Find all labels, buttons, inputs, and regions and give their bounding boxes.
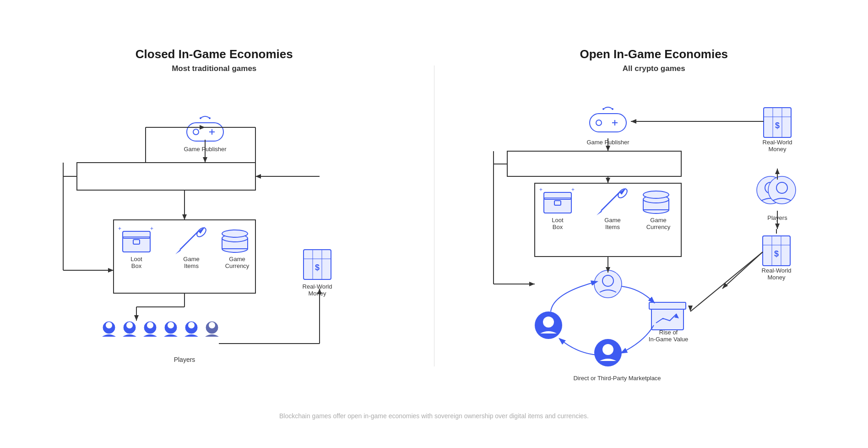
svg-point-130 [594, 270, 622, 298]
svg-text:Money: Money [769, 146, 787, 153]
open-title: Open In-Game Economies [580, 47, 728, 61]
svg-text:Currency: Currency [225, 262, 249, 269]
svg-text:Rise of: Rise of [659, 329, 678, 336]
footer-text: Blockchain games offer open in-game econ… [0, 412, 868, 420]
svg-text:Items: Items [184, 262, 199, 269]
svg-line-39 [180, 231, 198, 250]
svg-text:$: $ [775, 121, 780, 130]
svg-rect-0 [187, 123, 223, 141]
svg-text:Players: Players [174, 356, 195, 363]
svg-line-103 [601, 192, 619, 211]
svg-text:Real-World: Real-World [762, 267, 792, 274]
closed-title: Closed In-Game Economies [136, 47, 293, 61]
svg-text:Real-World: Real-World [763, 139, 792, 146]
closed-economy-section: Closed In-Game Economies Most traditiona… [22, 47, 407, 385]
svg-point-5 [209, 117, 211, 119]
svg-point-63 [168, 322, 174, 328]
svg-point-57 [106, 322, 112, 328]
svg-point-61 [147, 322, 153, 328]
svg-point-133 [543, 317, 554, 328]
svg-marker-84 [631, 119, 636, 124]
svg-text:Loot: Loot [552, 217, 564, 224]
svg-point-67 [209, 322, 215, 328]
open-subtitle: All crypto games [623, 64, 685, 73]
svg-point-73 [602, 108, 604, 110]
svg-marker-9 [203, 157, 207, 163]
svg-point-4 [200, 117, 201, 119]
svg-point-65 [188, 322, 195, 328]
svg-point-115 [768, 176, 796, 204]
svg-rect-7 [77, 163, 255, 190]
svg-text:Real-World: Real-World [302, 283, 332, 290]
svg-point-59 [126, 322, 133, 328]
svg-text:Direct or Third-Party Marketpl: Direct or Third-Party Marketplace [574, 375, 661, 382]
svg-marker-27 [134, 315, 139, 321]
svg-text:Box: Box [553, 224, 563, 230]
svg-text:$: $ [774, 249, 779, 258]
svg-marker-13 [108, 268, 114, 273]
svg-marker-15 [255, 174, 261, 179]
svg-point-70 [596, 120, 602, 126]
closed-subtitle: Most traditional games [172, 64, 256, 73]
svg-text:Money: Money [308, 290, 326, 297]
svg-text:+: + [118, 225, 121, 232]
svg-point-110 [643, 191, 669, 198]
svg-marker-23 [182, 214, 187, 220]
svg-marker-147 [775, 169, 780, 174]
svg-text:Game: Game [651, 217, 667, 224]
svg-text:Loot: Loot [130, 256, 142, 262]
svg-marker-91 [529, 282, 535, 286]
svg-marker-19 [200, 125, 205, 130]
svg-text:In-Game Value: In-Game Value [649, 336, 688, 343]
svg-text:+: + [539, 186, 542, 193]
svg-text:+: + [150, 225, 153, 232]
svg-text:Money: Money [768, 274, 786, 281]
svg-marker-129 [722, 283, 728, 289]
open-economy-diagram: Game Publisher $ Real-World Money [480, 92, 828, 385]
section-divider [434, 66, 434, 366]
svg-point-74 [612, 108, 613, 110]
svg-line-143 [690, 252, 763, 311]
svg-text:Game: Game [183, 256, 199, 262]
svg-text:$: $ [315, 263, 320, 272]
svg-text:Items: Items [605, 224, 620, 230]
svg-marker-119 [775, 224, 780, 229]
svg-text:Game: Game [605, 217, 621, 224]
svg-point-135 [602, 344, 613, 355]
svg-rect-69 [590, 114, 626, 132]
svg-rect-137 [649, 302, 686, 309]
svg-marker-94 [606, 178, 610, 183]
closed-economy-diagram: Game Publisher [54, 92, 374, 376]
open-economy-section: Open In-Game Economies All crypto games … [462, 47, 846, 385]
svg-rect-85 [507, 151, 681, 176]
svg-text:Currency: Currency [646, 224, 671, 230]
svg-text:+: + [571, 186, 575, 193]
svg-point-46 [222, 230, 248, 237]
svg-point-1 [193, 129, 199, 135]
svg-marker-87 [606, 146, 610, 151]
svg-text:Game: Game [229, 256, 245, 262]
svg-text:Box: Box [131, 262, 142, 269]
